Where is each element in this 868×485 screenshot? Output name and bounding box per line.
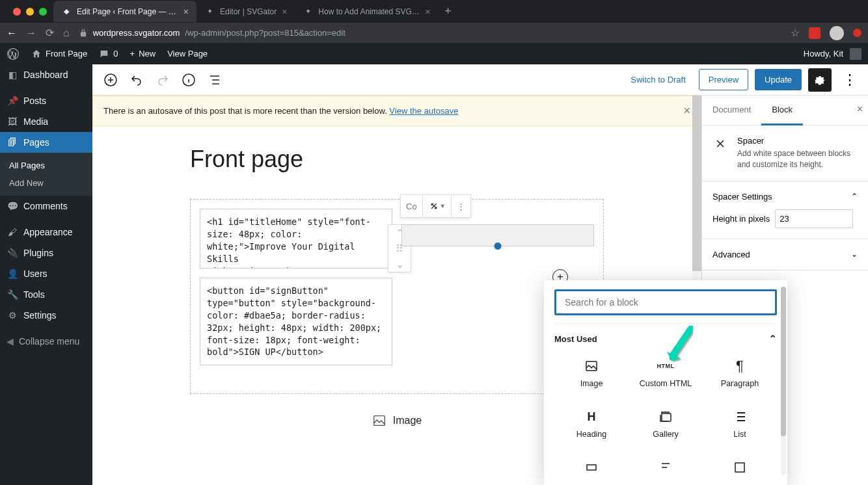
profile-avatar[interactable] <box>830 26 844 40</box>
maximize-window-icon[interactable] <box>39 8 47 16</box>
move-down-icon[interactable]: ⌄ <box>388 256 411 272</box>
height-input[interactable] <box>775 209 853 228</box>
close-tab-icon[interactable]: × <box>425 7 430 17</box>
collapse-menu[interactable]: ◀Collapse menu <box>0 331 92 352</box>
comments-link[interactable]: 0 <box>99 49 118 59</box>
switch-to-draft-button[interactable]: Switch to Draft <box>624 71 692 88</box>
inserter-item-heading[interactable]: H Heading <box>554 399 629 449</box>
update-button[interactable]: Update <box>755 69 802 90</box>
reload-button[interactable]: ⟳ <box>46 27 54 39</box>
info-button[interactable] <box>177 68 200 92</box>
block-search-input[interactable] <box>554 289 777 315</box>
custom-html-block[interactable]: <button id="signButton" type="button" st… <box>200 278 392 365</box>
more-options-button[interactable]: ⋮ <box>838 68 861 92</box>
add-block-button[interactable] <box>99 68 122 92</box>
minimize-window-icon[interactable] <box>26 8 34 16</box>
view-autosave-link[interactable]: View the autosave <box>389 106 458 116</box>
notice-close-button[interactable]: × <box>683 104 690 118</box>
custom-html-block[interactable]: <h1 id="titleHome" style="font-size: 48p… <box>200 209 392 269</box>
tab-block[interactable]: Block <box>761 96 803 125</box>
inserter-item-label: List <box>733 430 746 439</box>
site-name: Front Page <box>46 49 87 59</box>
wp-logo[interactable] <box>7 47 20 60</box>
chevron-up-icon[interactable]: ⌃ <box>851 192 858 201</box>
plus-icon: + <box>130 49 135 59</box>
outline-button[interactable] <box>203 68 226 92</box>
section-heading: Spacer Settings <box>712 192 772 202</box>
sidebar-item-media[interactable]: 🖾Media <box>0 111 92 132</box>
column-left[interactable]: <h1 id="titleHome" style="font-size: 48p… <box>198 207 394 386</box>
new-label: New <box>139 49 156 59</box>
record-icon[interactable] <box>853 29 861 37</box>
close-window-icon[interactable] <box>13 8 21 16</box>
image-block-placeholder[interactable]: Image <box>190 394 604 428</box>
settings-button[interactable] <box>808 68 832 92</box>
sidebar-item-label: Appearance <box>23 227 73 237</box>
block-breadcrumb[interactable]: Co <box>401 195 423 217</box>
inserter-item-more[interactable] <box>554 449 629 485</box>
sidebar-item-pages[interactable]: 🗐Pages <box>0 132 92 153</box>
sidebar-item-tools[interactable]: 🔧Tools <box>0 284 92 305</box>
advanced-section[interactable]: Advanced ⌄ <box>702 239 868 270</box>
tab-document[interactable]: Document <box>702 96 761 125</box>
comment-count: 0 <box>113 49 118 59</box>
close-tab-icon[interactable]: × <box>183 7 189 17</box>
svg-rect-5 <box>662 413 671 421</box>
back-button[interactable]: ← <box>7 27 17 39</box>
favicon-icon: ✦ <box>204 7 215 17</box>
placeholder-icon <box>584 460 599 475</box>
sidebar-item-comments[interactable]: 💬Comments <box>0 196 92 216</box>
sidebar-item-settings[interactable]: ⚙Settings <box>0 305 92 326</box>
resize-handle[interactable] <box>495 242 502 250</box>
home-button[interactable]: ⌂ <box>63 27 70 39</box>
spacer-block[interactable] <box>401 224 594 246</box>
close-sidebar-button[interactable]: × <box>857 103 863 115</box>
sidebar-item-dashboard[interactable]: ◧Dashboard <box>0 64 92 85</box>
new-tab-button[interactable]: + <box>438 5 458 18</box>
sidebar-item-appearance[interactable]: 🖌Appearance <box>0 222 92 242</box>
heading-icon: H <box>584 409 599 425</box>
inserter-item-more[interactable] <box>703 449 777 485</box>
sidebar-item-label: Users <box>23 269 47 279</box>
close-tab-icon[interactable]: × <box>282 7 287 17</box>
transform-button[interactable]: ▼ <box>423 195 452 217</box>
forward-button[interactable]: → <box>26 27 36 39</box>
view-page-link[interactable]: View Page <box>167 49 208 59</box>
window-controls <box>7 8 53 16</box>
wrench-icon: 🔧 <box>7 289 18 300</box>
inserter-item-label: Gallery <box>653 430 679 439</box>
site-home-link[interactable]: Front Page <box>31 49 87 59</box>
inserter-item-gallery[interactable]: Gallery <box>629 399 703 449</box>
wp-admin-bar: Front Page 0 + New View Page Howdy, Kit <box>0 43 868 64</box>
sidebar-item-label: Media <box>23 116 48 127</box>
page-title[interactable]: Front page <box>190 146 604 173</box>
block-options-button[interactable]: ⋮ <box>452 195 470 217</box>
sidebar-sub-all-pages[interactable]: All Pages <box>0 157 92 174</box>
paragraph-icon: ¶ <box>732 358 748 374</box>
bookmark-icon[interactable]: ☆ <box>791 27 800 39</box>
redo-button[interactable] <box>151 68 174 92</box>
section-label: Most Used <box>554 334 597 344</box>
chevron-down-icon[interactable]: ⌄ <box>851 250 858 259</box>
sidebar-sub-add-new[interactable]: Add New <box>0 174 92 192</box>
preview-button[interactable]: Preview <box>699 69 748 90</box>
sidebar-item-posts[interactable]: 📌Posts <box>0 90 92 111</box>
howdy-link[interactable]: Howdy, Kit <box>804 48 861 60</box>
chevron-up-icon[interactable]: ⌃ <box>768 333 777 345</box>
inserter-item-list[interactable]: List <box>703 399 777 449</box>
extension-icon[interactable] <box>809 27 821 39</box>
sidebar-item-users[interactable]: 👤Users <box>0 263 92 284</box>
browser-tab-1[interactable]: ✦ Editor | SVGator × <box>197 1 295 22</box>
inserter-item-more[interactable] <box>629 449 703 485</box>
new-content-link[interactable]: + New <box>130 49 156 59</box>
block-inserter-popup: Most Used ⌃ Image HTML Custom HTML ¶ Par… <box>544 280 787 485</box>
undo-button[interactable] <box>125 68 148 92</box>
sidebar-item-plugins[interactable]: 🔌Plugins <box>0 242 92 263</box>
browser-tab-2[interactable]: ✦ How to Add Animated SVG to W × <box>295 1 438 22</box>
url-field[interactable]: wordpress.svgator.com/wp-admin/post.php?… <box>79 28 781 38</box>
lock-icon <box>79 29 88 38</box>
inserter-item-paragraph[interactable]: ¶ Paragraph <box>703 348 777 399</box>
browser-tab-0[interactable]: ◆ Edit Page ‹ Front Page — WordP × <box>53 1 197 22</box>
columns-block[interactable]: <h1 id="titleHome" style="font-size: 48p… <box>190 199 604 394</box>
inserter-item-image[interactable]: Image <box>554 348 629 399</box>
